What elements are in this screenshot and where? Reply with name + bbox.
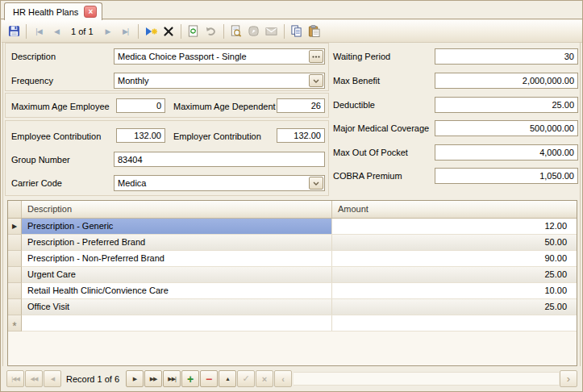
column-header-amount[interactable]: Amount: [332, 201, 577, 218]
new-record-button[interactable]: [143, 23, 159, 40]
max-age-dependent-label: Maximum Age Dependent: [173, 102, 276, 111]
nav-prev-icon: ◀: [54, 27, 59, 35]
grid-navigator: |◀◀◀◀◀ Record 1 of 6 ▶▶▶▶▶|+−▲✓×‹ ›: [2, 366, 581, 391]
row-selector[interactable]: [8, 251, 22, 267]
add-row-button[interactable]: +: [181, 370, 199, 387]
frequency-dropdown-button[interactable]: [309, 74, 323, 87]
grid-corner-cell[interactable]: [8, 201, 22, 218]
tab-close-icon[interactable]: ×: [84, 6, 97, 18]
employer-contribution-field[interactable]: 132.00: [277, 128, 325, 143]
copy-button[interactable]: [289, 23, 305, 40]
chevron-down-icon: [313, 181, 319, 186]
employee-contribution-field[interactable]: 132.00: [116, 128, 165, 143]
move-first-button[interactable]: |◀◀: [6, 370, 24, 387]
grid-row[interactable]: Retail Health Clinic/Convience Care10.00: [8, 283, 577, 299]
cancel-edit-button[interactable]: ×: [256, 370, 273, 387]
employer-contribution-label: Employer Contribution: [173, 131, 261, 141]
new-row-selector[interactable]: *: [8, 315, 22, 332]
edit-row-button[interactable]: ▲: [219, 370, 236, 387]
cell-description[interactable]: Office Visit: [22, 299, 332, 315]
cell-description[interactable]: [22, 315, 332, 331]
cell-amount[interactable]: 25.00: [332, 299, 577, 315]
toolbar-separator: [181, 24, 181, 39]
major-medical-coverage-field[interactable]: 500,000.00: [435, 120, 578, 136]
move-next-button[interactable]: ▶: [126, 370, 144, 387]
toolbar-separator: [223, 24, 224, 39]
refresh-button[interactable]: [185, 23, 202, 40]
undo-button[interactable]: [203, 23, 219, 40]
record-last-button[interactable]: ▶|: [118, 23, 134, 40]
paste-button[interactable]: [306, 23, 323, 40]
navigator-left-buttons: |◀◀◀◀◀: [6, 370, 62, 387]
grid-header: Description Amount: [8, 201, 577, 219]
move-last-button[interactable]: ▶▶|: [163, 370, 181, 387]
row-selector[interactable]: [8, 283, 22, 299]
scroll-left-button[interactable]: ‹: [274, 370, 292, 387]
max-out-of-pocket-field[interactable]: 4,000.00: [435, 144, 578, 161]
cell-amount[interactable]: 12.00: [332, 219, 577, 234]
description-field[interactable]: Medica Choice Passport - Single: [114, 48, 325, 65]
delete-record-button[interactable]: [160, 23, 177, 40]
print-preview-button[interactable]: [228, 23, 244, 40]
cell-description[interactable]: Retail Health Clinic/Convience Care: [22, 283, 332, 298]
grid-row[interactable]: Office Visit25.00: [8, 299, 577, 315]
grid-row[interactable]: ▶Prescription - Generic12.00: [8, 219, 577, 235]
deductible-field[interactable]: 25.00: [435, 97, 578, 113]
max-age-employee-field[interactable]: 0: [116, 98, 165, 113]
row-selector[interactable]: [8, 267, 22, 283]
new-row-asterisk-icon: *: [12, 323, 16, 328]
carrier-code-combo[interactable]: Medica: [114, 175, 325, 191]
move-prev-page-button[interactable]: ◀◀: [25, 370, 43, 387]
email-button[interactable]: [264, 23, 280, 40]
cell-description[interactable]: Prescription - Non-Preferred Brand: [22, 251, 332, 266]
max-age-employee-value: 0: [117, 101, 164, 111]
record-next-button[interactable]: ▶: [100, 23, 116, 40]
end-edit-button[interactable]: ✓: [237, 370, 255, 387]
description-ellipsis-button[interactable]: [309, 50, 323, 63]
email-icon: [265, 27, 277, 36]
column-header-description[interactable]: Description: [22, 201, 332, 218]
navigator-right-buttons: ▶▶▶▶▶|+−▲✓×‹: [126, 370, 293, 387]
group-number-field[interactable]: 83404: [114, 152, 325, 167]
delete-row-button[interactable]: −: [200, 370, 218, 387]
employer-contribution-value: 132.00: [277, 131, 324, 140]
max-benefit-value: 2,000,000.00: [435, 76, 577, 85]
frequency-combo[interactable]: Monthly: [114, 73, 325, 89]
save-button[interactable]: [6, 23, 22, 40]
horizontal-scrollbar-track[interactable]: [294, 372, 559, 386]
cell-amount[interactable]: 90.00: [332, 251, 577, 266]
move-prev-button[interactable]: ◀: [44, 370, 61, 387]
cell-description[interactable]: Urgent Care: [22, 267, 332, 282]
move-next-page-button[interactable]: ▶▶: [144, 370, 162, 387]
record-count-label: Record 1 of 6: [62, 374, 126, 384]
cell-amount[interactable]: [332, 315, 577, 331]
grid-row[interactable]: Prescription - Non-Preferred Brand90.00: [8, 251, 577, 267]
go-button[interactable]: [246, 23, 262, 40]
paste-icon: [308, 25, 320, 37]
record-position-label: 1 of 1: [66, 27, 98, 36]
row-selector[interactable]: [8, 235, 22, 251]
cobra-premium-field[interactable]: 1,050.00: [435, 168, 578, 184]
record-first-button[interactable]: |◀: [31, 23, 47, 40]
copy-icon: [290, 25, 302, 37]
cell-description[interactable]: Prescription - Generic: [22, 219, 332, 234]
grid-row[interactable]: Prescription - Preferred Brand50.00: [8, 235, 577, 251]
grid-rows: ▶Prescription - Generic12.00Prescription…: [8, 219, 577, 332]
row-selector-current[interactable]: ▶: [8, 219, 22, 235]
tab-strip: HR Health Plans ×: [1, 1, 582, 19]
cell-amount[interactable]: 25.00: [332, 267, 577, 282]
nav-first-icon: |◀: [35, 27, 41, 35]
waiting-period-field[interactable]: 30: [435, 48, 578, 65]
tab-hr-health-plans[interactable]: HR Health Plans ×: [4, 2, 102, 20]
cell-amount[interactable]: 10.00: [332, 283, 577, 298]
max-age-dependent-field[interactable]: 26: [277, 98, 325, 113]
scroll-right-button[interactable]: ›: [560, 370, 577, 387]
carrier-code-dropdown-button[interactable]: [309, 177, 323, 190]
grid-new-row[interactable]: *: [8, 315, 577, 332]
cell-description[interactable]: Prescription - Preferred Brand: [22, 235, 332, 250]
cell-amount[interactable]: 50.00: [332, 235, 577, 250]
row-selector[interactable]: [8, 299, 22, 315]
grid-row[interactable]: Urgent Care25.00: [8, 267, 577, 283]
record-prev-button[interactable]: ◀: [48, 23, 65, 40]
max-benefit-field[interactable]: 2,000,000.00: [435, 73, 578, 89]
